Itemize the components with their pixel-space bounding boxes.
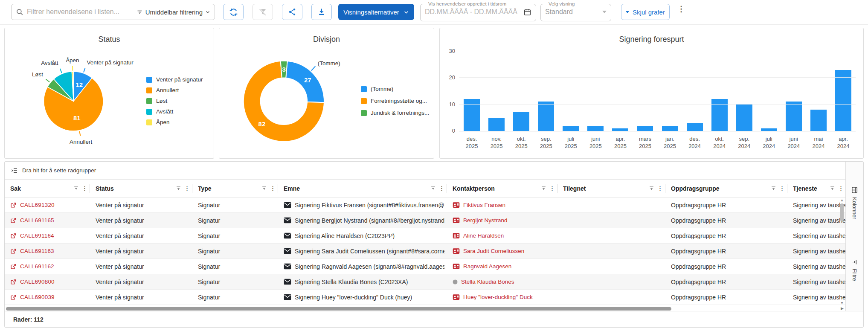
column-header[interactable]: Sak ⋮ xyxy=(5,180,90,197)
column-header[interactable]: Oppdragsgruppe ⋮ xyxy=(665,180,787,197)
view-options-button[interactable]: Visningsalternativer xyxy=(338,4,414,20)
column-header[interactable]: Tilegnet ⋮ xyxy=(557,180,665,197)
bar[interactable] xyxy=(662,126,678,131)
case-link[interactable]: CALL691163 xyxy=(20,248,54,254)
bar[interactable] xyxy=(488,118,505,131)
table-row[interactable]: CALL691162 Venter på signatur Signatur S… xyxy=(5,259,846,274)
scroll-right-icon[interactable]: ▶ xyxy=(841,306,844,311)
scroll-down-icon[interactable]: ▼ xyxy=(840,301,844,305)
external-link-icon[interactable] xyxy=(10,232,17,239)
column-header[interactable]: Emne ⋮ xyxy=(278,180,447,197)
horizontal-scrollbar-thumb[interactable] xyxy=(6,307,671,311)
column-filter-icon[interactable] xyxy=(541,186,546,191)
table-row[interactable]: CALL690800 Venter på signatur Signatur S… xyxy=(5,274,846,290)
column-filter-icon[interactable] xyxy=(261,186,267,191)
share-button[interactable] xyxy=(282,4,302,20)
vertical-scrollbar[interactable]: ▲ ▼ xyxy=(839,198,845,305)
contact-link[interactable]: Bergljot Nystrand xyxy=(463,217,508,224)
column-header[interactable]: Kontaktperson ⋮ xyxy=(447,180,557,197)
table-row[interactable]: CALL691164 Venter på signatur Signatur S… xyxy=(5,228,846,244)
column-menu-kebab-icon[interactable]: ⋮ xyxy=(82,186,87,191)
legend-item[interactable]: Venter på signatur xyxy=(146,76,203,83)
column-header[interactable]: Type ⋮ xyxy=(192,180,278,197)
bar[interactable] xyxy=(637,126,653,131)
column-menu-kebab-icon[interactable]: ⋮ xyxy=(549,186,555,191)
contact-link[interactable]: Stella Klaudia Bones xyxy=(461,279,514,285)
row-group-drop-zone[interactable]: Dra hit for å sette radgrupper xyxy=(5,162,863,180)
hide-charts-button[interactable]: Skjul grafer xyxy=(621,4,670,20)
external-link-icon[interactable] xyxy=(10,217,17,224)
contact-link[interactable]: Huey "lover-duckling" Duck xyxy=(463,294,533,300)
column-filter-icon[interactable] xyxy=(73,186,79,191)
table-row[interactable]: CALL691320 Venter på signatur Signatur S… xyxy=(5,197,846,213)
refresh-button[interactable] xyxy=(223,4,244,20)
tab-filtre[interactable]: Filtre xyxy=(846,259,863,281)
legend-item[interactable]: Annullert xyxy=(146,87,203,93)
column-filter-icon[interactable] xyxy=(430,186,436,191)
external-link-icon[interactable] xyxy=(10,248,17,254)
service-cell: Signering av taushet xyxy=(787,279,846,285)
bar[interactable] xyxy=(587,126,604,131)
external-link-icon[interactable] xyxy=(10,279,17,285)
column-menu-kebab-icon[interactable]: ⋮ xyxy=(270,186,276,191)
column-menu-kebab-icon[interactable]: ⋮ xyxy=(439,186,444,191)
calendar-icon[interactable] xyxy=(523,8,531,16)
column-menu-kebab-icon[interactable]: ⋮ xyxy=(779,186,785,191)
contact-link[interactable]: Sara Judit Corneliussen xyxy=(463,248,524,254)
column-filter-icon[interactable] xyxy=(771,186,776,191)
bar[interactable] xyxy=(761,128,777,131)
tab-kolonner[interactable]: Kolonner xyxy=(846,186,863,219)
case-link[interactable]: CALL691165 xyxy=(20,217,54,224)
requests-table: Dra hit for å sette radgrupper Sak ⋮ Sta… xyxy=(4,161,864,328)
date-range-input[interactable] xyxy=(425,8,520,16)
legend-item[interactable]: Åpen xyxy=(146,119,203,125)
case-link[interactable]: CALL691320 xyxy=(20,202,55,208)
bar[interactable] xyxy=(513,112,529,131)
date-range-fieldset: Vis henvendelser opprettet i tidsrom xyxy=(420,1,536,21)
contact-card-icon xyxy=(453,263,460,270)
external-link-icon[interactable] xyxy=(10,202,17,208)
external-link-icon[interactable] xyxy=(10,294,17,300)
case-link[interactable]: CALL690039 xyxy=(20,294,55,300)
bar[interactable] xyxy=(538,102,554,131)
external-link-icon[interactable] xyxy=(10,263,17,270)
instant-filter-dropdown[interactable]: Umiddelbar filtrering xyxy=(136,9,210,16)
column-menu-kebab-icon[interactable]: ⋮ xyxy=(657,186,663,191)
bar[interactable] xyxy=(687,123,703,131)
contact-link[interactable]: Ragnvald Aagesen xyxy=(463,263,511,270)
more-options-kebab-icon[interactable]: ⋮ xyxy=(677,7,683,11)
view-options-label: Visningsalternativer xyxy=(343,9,399,16)
case-link[interactable]: CALL690800 xyxy=(20,279,55,285)
contact-link[interactable]: Fiktivus Fransen xyxy=(463,202,505,208)
bar[interactable] xyxy=(612,128,628,131)
legend-item[interactable]: (Tomme) xyxy=(361,86,429,92)
contact-link[interactable]: Aline Haraldsen xyxy=(463,232,504,239)
bar[interactable] xyxy=(736,105,752,131)
table-row[interactable]: CALL691163 Venter på signatur Signatur S… xyxy=(5,244,846,259)
legend-item[interactable]: Juridisk & forretnings... xyxy=(361,110,429,116)
table-row[interactable]: CALL691165 Venter på signatur Signatur S… xyxy=(5,213,846,228)
bar[interactable] xyxy=(810,110,827,131)
view-select[interactable]: Standard xyxy=(545,6,607,17)
case-link[interactable]: CALL691164 xyxy=(20,232,54,239)
bar[interactable] xyxy=(835,70,851,131)
legend-item[interactable]: Forretningsstøtte og... xyxy=(361,98,429,104)
column-filter-icon[interactable] xyxy=(649,186,654,191)
column-header[interactable]: Tjeneste ⋮ xyxy=(787,180,846,197)
vertical-scrollbar-thumb[interactable] xyxy=(840,203,844,221)
column-filter-icon[interactable] xyxy=(176,186,181,191)
column-menu-kebab-icon[interactable]: ⋮ xyxy=(184,186,190,191)
table-row[interactable]: CALL690039 Venter på signatur Signatur S… xyxy=(5,290,846,305)
scroll-up-icon[interactable]: ▲ xyxy=(840,198,844,202)
column-filter-icon[interactable] xyxy=(830,186,835,191)
legend-item[interactable]: Løst xyxy=(146,98,203,104)
download-button[interactable] xyxy=(311,4,332,20)
bar[interactable] xyxy=(563,126,579,131)
chevron-down-icon xyxy=(205,9,210,15)
column-header[interactable]: Status ⋮ xyxy=(90,180,192,197)
case-link[interactable]: CALL691162 xyxy=(20,263,54,270)
search-input[interactable] xyxy=(27,8,133,16)
legend-item[interactable]: Avslått xyxy=(146,108,203,115)
bar[interactable] xyxy=(786,102,802,131)
column-menu-kebab-icon[interactable]: ⋮ xyxy=(838,186,844,191)
